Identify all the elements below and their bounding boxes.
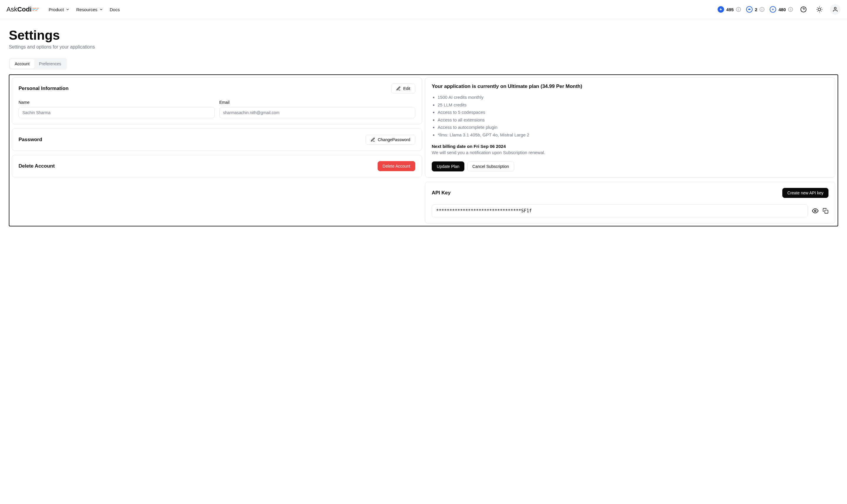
logo-text-2: Codi: [17, 5, 32, 13]
api-key-input[interactable]: [432, 204, 808, 217]
logo-text-1: Ask: [6, 5, 17, 13]
bolt-value: 495: [726, 7, 734, 12]
plan-feature: 25 LLM credits: [438, 101, 828, 109]
main-nav: Product Resources Docs: [49, 7, 120, 12]
info-icon[interactable]: i: [788, 7, 793, 12]
nav-resources[interactable]: Resources: [76, 7, 103, 12]
right-column: Your application is currently on Ultimat…: [425, 77, 835, 223]
edit-button[interactable]: Edit: [391, 84, 415, 93]
content-frame: Personal Information Edit Name Email: [9, 74, 838, 227]
plan-feature: 1500 AI credits monthly: [438, 93, 828, 101]
svg-rect-15: [825, 210, 828, 214]
svg-point-4: [818, 8, 821, 11]
crown-icon: [746, 6, 753, 13]
bolt-icon: [718, 6, 724, 13]
personal-info-card: Personal Information Edit Name Email: [12, 77, 422, 124]
nav-resources-label: Resources: [76, 7, 97, 12]
update-plan-button[interactable]: Update Plan: [432, 161, 464, 172]
chevron-down-icon: [66, 7, 70, 12]
logo[interactable]: AskCodi: [6, 5, 42, 13]
api-key-title: API Key: [432, 190, 451, 196]
plan-feature: Access to all extensions: [438, 116, 828, 124]
page-title: Settings: [9, 28, 838, 43]
plan-feature: Access to 5 codespaces: [438, 108, 828, 116]
reveal-key-button[interactable]: [812, 208, 818, 214]
personal-info-title: Personal Information: [19, 86, 69, 91]
credits-crown[interactable]: 2 i: [746, 6, 764, 13]
info-icon[interactable]: i: [760, 7, 764, 12]
nav-product-label: Product: [49, 7, 64, 12]
copy-icon: [823, 208, 828, 214]
credits-plus[interactable]: 480 i: [770, 6, 793, 13]
edit-label: Edit: [403, 86, 410, 91]
copy-key-button[interactable]: [823, 208, 828, 214]
email-field-group: Email: [219, 100, 416, 118]
tab-account[interactable]: Account: [10, 59, 34, 69]
logo-decoration-icon: [32, 8, 42, 11]
delete-account-card: Delete Account Delete Account: [12, 155, 422, 177]
chevron-down-icon: [99, 7, 103, 12]
delete-account-title: Delete Account: [19, 163, 55, 169]
edit-icon: [371, 137, 375, 142]
nav-docs[interactable]: Docs: [110, 7, 120, 12]
svg-line-12: [821, 7, 822, 8]
api-key-card: API Key Create new API key: [425, 182, 835, 223]
cancel-subscription-button[interactable]: Cancel Subscription: [467, 161, 514, 172]
svg-point-14: [814, 210, 816, 212]
main-content: Settings Settings and options for your a…: [0, 19, 847, 235]
name-input[interactable]: [19, 107, 215, 118]
plan-features: 1500 AI credits monthly 25 LLM credits A…: [432, 93, 828, 139]
info-icon[interactable]: i: [736, 7, 741, 12]
plus-circle-icon: [770, 6, 776, 13]
crown-value: 2: [755, 7, 757, 12]
name-label: Name: [19, 100, 215, 105]
password-title: Password: [19, 137, 42, 143]
plan-title: Your application is currently on Ultimat…: [432, 84, 828, 89]
plus-value: 480: [778, 7, 786, 12]
billing-note: We will send you a notification upon Sub…: [432, 150, 828, 155]
nav-product[interactable]: Product: [49, 7, 70, 12]
app-header: AskCodi Product Resources Docs 495 i: [0, 0, 847, 19]
plan-feature: Access to autocomplete plugin: [438, 124, 828, 131]
billing-date: Next billing date on Fri Sep 06 2024: [432, 144, 828, 149]
email-label: Email: [219, 100, 416, 105]
tab-preferences[interactable]: Preferences: [34, 59, 66, 69]
password-card: Password ChangePassword: [12, 128, 422, 151]
help-button[interactable]: [798, 4, 809, 15]
plan-feature: *llms: Llama 3.1 405b, GPT 4o, Mistral L…: [438, 131, 828, 139]
nav-docs-label: Docs: [110, 7, 120, 12]
email-input[interactable]: [219, 107, 416, 118]
delete-account-button[interactable]: Delete Account: [378, 161, 415, 171]
svg-point-13: [834, 7, 836, 10]
header-left: AskCodi Product Resources Docs: [6, 5, 120, 13]
settings-tabs: Account Preferences: [9, 58, 67, 70]
eye-icon: [812, 208, 818, 214]
create-api-key-button[interactable]: Create new API key: [782, 188, 828, 198]
left-column: Personal Information Edit Name Email: [12, 77, 422, 223]
change-password-button[interactable]: ChangePassword: [365, 135, 415, 145]
credits-bolt[interactable]: 495 i: [718, 6, 741, 13]
edit-icon: [396, 86, 401, 91]
theme-toggle[interactable]: [814, 4, 825, 15]
help-icon: [800, 6, 807, 13]
user-avatar[interactable]: [830, 4, 841, 15]
svg-line-8: [821, 11, 822, 12]
header-right: 495 i 2 i 480 i: [718, 4, 841, 15]
plan-card: Your application is currently on Ultimat…: [425, 77, 835, 178]
sun-icon: [816, 6, 823, 13]
change-password-label: ChangePassword: [378, 137, 410, 142]
user-icon: [832, 6, 838, 12]
name-field-group: Name: [19, 100, 215, 118]
page-subtitle: Settings and options for your applicatio…: [9, 44, 838, 50]
